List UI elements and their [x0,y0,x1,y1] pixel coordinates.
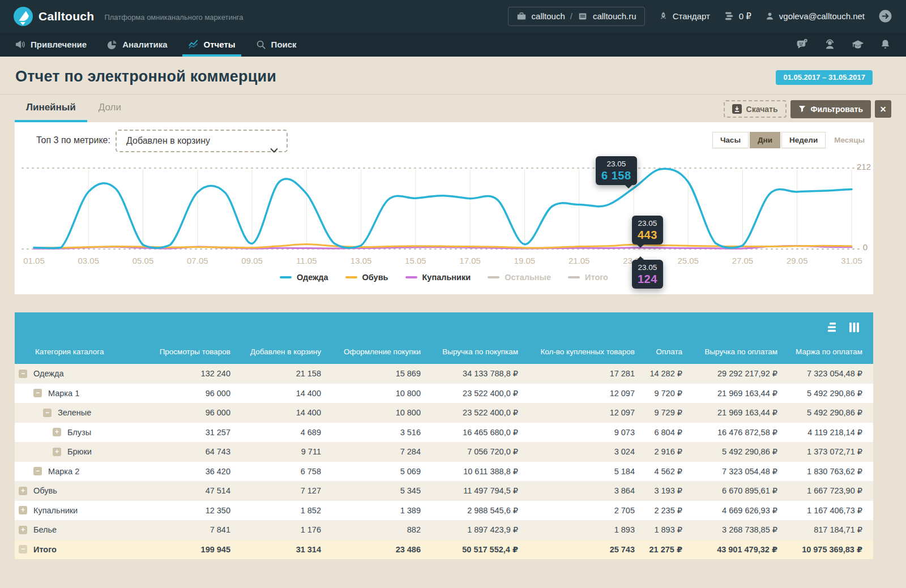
legend-swatch [568,276,580,278]
x-axis-label: 29.05 [787,256,808,265]
feedback-icon[interactable] [796,38,809,51]
category-cell: −Марка 2 [15,467,156,476]
column-header[interactable]: Просмотры товаров [156,347,241,356]
value-cell: 14 282 ₽ [646,369,693,378]
value-cell: 12 350 [156,506,241,515]
value-cell: 199 945 [156,545,241,554]
row-density-icon[interactable] [827,322,838,333]
value-cell: 1 389 [332,506,431,515]
x-axis-label: 11.05 [296,256,317,265]
value-cell: 23 522 400,0 ₽ [431,408,529,417]
balance-value: 0 ₽ [739,11,751,22]
close-filter-button[interactable]: ✕ [875,100,891,118]
x-axis-label: 01.05 [23,256,45,265]
ecommerce-table: Категория каталогаПросмотры товаровДобав… [15,312,873,559]
value-cell: 882 [332,525,431,534]
granularity-hours[interactable]: Часы [712,132,749,148]
column-header[interactable]: Выручка по оплатам [693,347,788,356]
column-header[interactable]: Добавлен в корзину [241,347,332,356]
balance[interactable]: 0 ₽ [724,11,751,22]
x-axis-label: 17.05 [459,256,481,265]
collapse-icon[interactable]: − [43,409,52,417]
legend-swatch [405,276,417,278]
expand-icon[interactable]: + [19,487,27,495]
granularity-months[interactable]: Месяцы [827,132,872,148]
value-cell: 10 800 [332,408,431,417]
value-cell: 7 284 [332,447,431,456]
metric-select[interactable]: Добавлен в корзину [116,130,288,152]
column-header[interactable]: Маржа по оплатам [788,347,873,356]
date-range-badge[interactable]: 01.05.2017 – 31.05.2017 [776,70,873,85]
table-row: −Одежда132 24021 15815 86934 133 788,8 ₽… [15,364,873,384]
download-icon [732,104,742,114]
granularity-switch: Часы Дни Недели Месяцы [712,132,872,148]
granularity-weeks[interactable]: Недели [781,132,826,148]
funnel-icon [798,105,806,113]
column-header[interactable]: Оформление покупки [332,347,431,356]
nav-item-attraction[interactable]: Привлечение [15,32,87,57]
value-cell: 1 893 ₽ [646,525,693,534]
plan-menu[interactable]: Стандарт [659,11,710,21]
table-body: −Одежда132 24021 15815 86934 133 788,8 ₽… [15,364,873,559]
filter-button[interactable]: Фильтровать [790,100,871,118]
nav-label: Привлечение [31,40,87,49]
category-cell: −Итого [15,545,156,554]
nav-item-reports[interactable]: Отчеты [188,32,236,57]
nav-item-analytics[interactable]: Аналитика [107,32,167,57]
nav-item-search[interactable]: Поиск [256,32,297,57]
filter-label: Фильтровать [811,105,863,114]
columns-icon[interactable] [849,322,860,333]
expand-icon[interactable]: + [53,428,61,436]
legend-label: Одежда [297,273,328,282]
notifications-bell-icon[interactable] [879,38,891,50]
column-header[interactable]: Категория каталога [15,347,156,356]
expand-icon[interactable]: + [19,506,27,514]
legend-item-itogo[interactable]: Итого [568,273,608,282]
value-cell: 29 292 217,92 ₽ [693,369,788,378]
granularity-days[interactable]: Дни [750,132,780,148]
value-cell: 2 988 545,6 ₽ [431,506,529,515]
logout-icon[interactable] [878,9,892,23]
value-cell: 15 869 [332,369,431,378]
expand-icon[interactable]: + [53,448,61,456]
column-header[interactable]: Оплата [646,347,693,356]
category-cell: +Обувь [15,486,156,495]
category-label: Обувь [33,486,57,495]
education-icon[interactable] [851,38,865,51]
x-axis-label: 21.05 [569,256,590,265]
value-cell: 9 720 ₽ [646,389,693,398]
value-cell: 10 800 [332,389,431,398]
tab-shares[interactable]: Доли [87,102,133,122]
legend-label: Купальники [422,273,471,282]
legend-item-kupalniki[interactable]: Купальники [405,273,471,282]
legend-item-ostalnye[interactable]: Остальные [488,273,551,282]
column-header[interactable]: Выручка по покупкам [431,347,529,356]
table-row: +Белье7 8411 1768821 897 423,9 ₽1 8931 8… [15,520,873,540]
legend-item-odezhda[interactable]: Одежда [280,273,328,282]
value-cell: 7 056 720,0 ₽ [431,447,529,456]
tab-linear[interactable]: Линейный [15,102,87,122]
value-cell: 96 000 [156,389,241,398]
collapse-icon[interactable]: − [33,467,42,475]
collapse-icon[interactable]: − [19,370,27,378]
column-header[interactable]: Кол-во купленных товаров [529,347,646,356]
value-cell: 14 400 [241,389,332,398]
category-label: Марка 2 [48,467,79,476]
expand-icon[interactable]: + [19,526,27,534]
download-button[interactable]: Скачать [724,100,787,118]
x-axis-label: 19.05 [514,256,536,265]
category-label: Итого [33,545,57,554]
support-icon[interactable] [823,38,836,51]
legend-item-obuv[interactable]: Обувь [345,273,388,282]
account-separator: / [570,11,572,21]
value-cell: 5 492 290,86 ₽ [788,408,873,417]
user-menu[interactable]: vgoleva@calltouch.net [765,11,865,21]
collapse-icon[interactable]: − [33,389,42,397]
value-cell: 12 097 [529,389,646,398]
collapse-icon[interactable]: − [19,545,27,553]
value-cell: 21 158 [241,369,332,378]
table-row: +Обувь47 5147 1275 34511 497 794,5 ₽3 86… [15,481,873,501]
user-email: vgoleva@calltouch.net [779,11,865,21]
account-switcher[interactable]: calltouch / calltouch.ru [508,7,645,26]
tooltip-value: 443 [638,229,657,242]
